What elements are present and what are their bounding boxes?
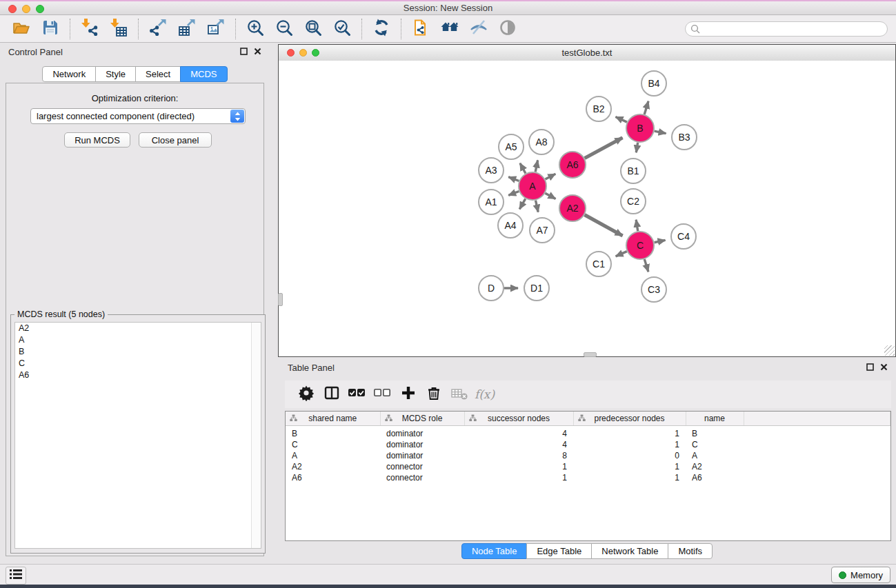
float-panel-icon[interactable]: [240, 47, 248, 57]
column-header-name[interactable]: name: [686, 412, 744, 426]
graph-node-D[interactable]: D: [479, 276, 504, 301]
hide-selected-button[interactable]: [464, 17, 493, 41]
graph-edge-B-B2[interactable]: [615, 116, 627, 122]
table-cell[interactable]: 4: [464, 439, 573, 450]
window-resize-grip[interactable]: [884, 345, 895, 356]
table-cell[interactable]: 1: [573, 461, 686, 472]
tab-network-table[interactable]: Network Table: [591, 543, 668, 559]
task-history-button[interactable]: [6, 567, 26, 585]
table-cell[interactable]: A: [686, 450, 744, 461]
graph-node-A4[interactable]: A4: [498, 213, 523, 238]
tab-style[interactable]: Style: [95, 66, 136, 82]
graph-node-A[interactable]: A: [519, 172, 546, 200]
graph-node-B3[interactable]: B3: [672, 125, 697, 150]
table-cell[interactable]: C: [686, 439, 744, 450]
zoom-fit-button[interactable]: [299, 17, 328, 41]
table-cell[interactable]: dominator: [380, 426, 464, 440]
graph-edge-C-C3[interactable]: [644, 259, 648, 272]
column-header-mcds-role[interactable]: MCDS role: [380, 412, 464, 426]
column-header-shared-name[interactable]: shared name: [286, 412, 380, 426]
table-cell[interactable]: B: [686, 426, 744, 440]
graph-edge-A2-C[interactable]: [585, 215, 623, 236]
select-all-columns-button[interactable]: [344, 383, 370, 405]
graph-edge-C-C2[interactable]: [636, 220, 638, 232]
tab-motifs[interactable]: Motifs: [668, 543, 713, 559]
unselect-all-columns-button[interactable]: [370, 383, 395, 405]
table-cell[interactable]: 1: [573, 426, 686, 440]
table-cell[interactable]: 1: [464, 472, 573, 483]
tab-network[interactable]: Network: [42, 66, 96, 82]
export-network-button[interactable]: [143, 17, 172, 41]
import-network-button[interactable]: [75, 17, 104, 41]
tab-select[interactable]: Select: [135, 66, 181, 82]
result-item[interactable]: A: [15, 334, 261, 346]
network-zoom-button[interactable]: [312, 49, 319, 57]
result-scrollbar[interactable]: [251, 323, 261, 548]
graph-node-C4[interactable]: C4: [671, 224, 696, 249]
search-input[interactable]: [685, 21, 888, 37]
result-item[interactable]: B: [15, 346, 261, 358]
table-cell[interactable]: 1: [573, 472, 686, 483]
column-header-successor-nodes[interactable]: successor nodes: [464, 412, 573, 426]
result-item[interactable]: C: [15, 358, 261, 369]
export-table-button[interactable]: [172, 17, 201, 41]
close-window-button[interactable]: [8, 5, 17, 13]
table-cell[interactable]: connector: [380, 461, 464, 472]
table-cell[interactable]: A6: [686, 472, 744, 483]
table-cell[interactable]: A6: [286, 472, 380, 483]
column-header-predecessor-nodes[interactable]: predecessor nodes: [573, 412, 686, 426]
graph-edge-B-B1[interactable]: [636, 143, 637, 153]
close-panel-icon[interactable]: [254, 47, 261, 57]
tab-mcds[interactable]: MCDS: [180, 66, 227, 82]
graph-edge-B-B4[interactable]: [644, 101, 648, 114]
zoom-selected-button[interactable]: [328, 17, 357, 41]
table-cell[interactable]: connector: [380, 472, 464, 483]
change-table-mode-button[interactable]: [293, 383, 319, 405]
graph-node-A3[interactable]: A3: [479, 158, 504, 183]
graph-edge-A-A7[interactable]: [535, 201, 538, 212]
network-canvas[interactable]: B4B2BB3B1A5A8A6A3AA1A2C2A4A7CC4C1C3DD1: [279, 61, 895, 356]
tab-edge-table[interactable]: Edge Table: [526, 543, 592, 559]
table-row[interactable]: A6connector11A6: [286, 472, 890, 483]
table-row[interactable]: Adominator80A: [286, 450, 890, 461]
graph-node-D1[interactable]: D1: [524, 276, 549, 301]
result-item[interactable]: A2: [15, 323, 261, 334]
panel-splitter-handle-horizontal[interactable]: [584, 352, 597, 357]
graph-edge-A-A8[interactable]: [535, 160, 537, 172]
close-panel-button[interactable]: Close panel: [139, 132, 212, 148]
graph-edge-C-C4[interactable]: [655, 240, 666, 242]
show-all-nodes-edges-button[interactable]: [435, 17, 464, 41]
table-cell[interactable]: 0: [573, 450, 686, 461]
table-cell[interactable]: dominator: [380, 450, 464, 461]
table-row[interactable]: Cdominator41C: [286, 439, 890, 450]
close-table-panel-icon[interactable]: [880, 363, 888, 373]
graph-edge-A-A4[interactable]: [519, 199, 526, 209]
export-image-button[interactable]: [201, 17, 230, 41]
graph-edge-A-A5[interactable]: [520, 163, 526, 174]
panel-splitter-handle-vertical[interactable]: [278, 293, 283, 306]
graph-edge-A-A3[interactable]: [508, 177, 519, 181]
table-cell[interactable]: 4: [464, 426, 573, 440]
result-item[interactable]: A6: [15, 369, 261, 381]
graph-edge-A-A2[interactable]: [545, 193, 555, 199]
graph-node-B4[interactable]: B4: [641, 71, 666, 96]
graph-edge-C-C1[interactable]: [616, 252, 627, 256]
graph-node-A1[interactable]: A1: [479, 190, 504, 214]
table-row[interactable]: Bdominator41B: [286, 426, 890, 440]
graph-node-B2[interactable]: B2: [586, 97, 611, 121]
graph-edge-A-A1[interactable]: [508, 192, 519, 196]
table-cell[interactable]: C: [286, 439, 380, 450]
table-cell[interactable]: 1: [464, 461, 573, 472]
network-from-selection-button[interactable]: [406, 17, 435, 41]
graph-node-A6[interactable]: A6: [559, 152, 586, 178]
graph-node-C1[interactable]: C1: [586, 252, 611, 276]
graph-node-A2[interactable]: A2: [559, 195, 586, 221]
float-table-panel-icon[interactable]: [866, 363, 874, 373]
create-new-column-button[interactable]: [395, 383, 421, 405]
tab-node-table[interactable]: Node Table: [461, 543, 528, 559]
toggle-detail-button[interactable]: [493, 17, 522, 41]
memory-button[interactable]: Memory: [831, 567, 890, 583]
zoom-in-button[interactable]: [241, 17, 270, 41]
table-cell[interactable]: dominator: [380, 439, 464, 450]
table-row[interactable]: A2connector11A2: [286, 461, 890, 472]
